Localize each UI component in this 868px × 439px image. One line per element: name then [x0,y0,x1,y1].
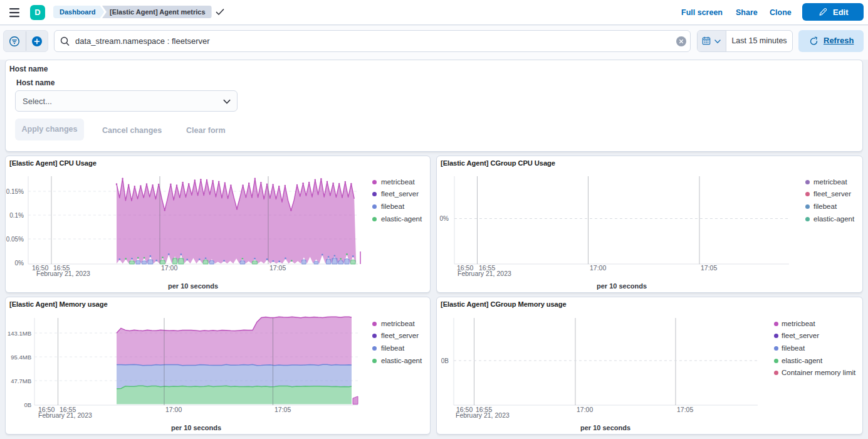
svg-text:17:00: 17:00 [577,406,593,413]
svg-text:February 21, 2023: February 21, 2023 [36,270,90,277]
svg-text:17:05: 17:05 [269,264,286,272]
svg-text:17:05: 17:05 [275,406,291,413]
svg-text:0B: 0B [24,401,31,408]
svg-text:17:00: 17:00 [590,264,606,272]
svg-text:0%: 0% [440,215,449,222]
svg-text:February 21, 2023: February 21, 2023 [38,411,92,419]
svg-text:0.1%: 0.1% [9,212,24,219]
svg-text:17:00: 17:00 [165,406,182,413]
svg-text:0.05%: 0.05% [6,236,24,243]
svg-text:17:05: 17:05 [677,406,693,413]
svg-text:February 21, 2023: February 21, 2023 [458,270,511,277]
svg-text:95.4MB: 95.4MB [11,354,31,361]
svg-text:0B: 0B [441,357,449,364]
svg-text:17:00: 17:00 [161,264,177,272]
svg-text:17:05: 17:05 [701,264,717,272]
svg-text:February 21, 2023: February 21, 2023 [456,411,510,419]
svg-text:0.15%: 0.15% [6,188,24,195]
svg-text:0%: 0% [15,260,24,267]
svg-text:143.1MB: 143.1MB [8,330,31,337]
svg-text:47.7MB: 47.7MB [11,378,31,384]
